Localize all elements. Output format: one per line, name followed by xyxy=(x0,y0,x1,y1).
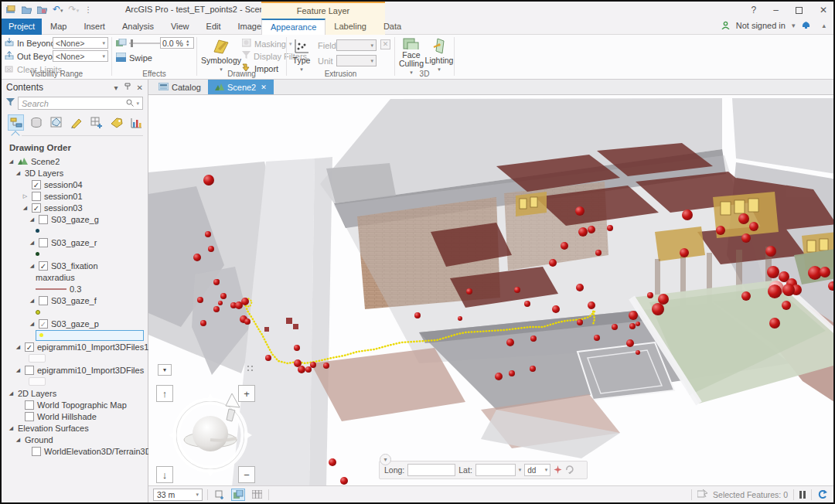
panel-menu-icon[interactable]: ▾ xyxy=(114,83,118,92)
list-by-charts-icon[interactable] xyxy=(128,114,145,131)
expander-icon[interactable]: ◢ xyxy=(29,240,36,246)
in-beyond-combo[interactable]: <None>▾ xyxy=(53,37,108,49)
layer-visibility-checkbox[interactable]: ✓ xyxy=(32,180,41,189)
layer-tree-item[interactable]: ◢✓S03_gaze_p xyxy=(2,318,148,329)
expander-icon[interactable]: ◢ xyxy=(29,321,36,327)
undo-button[interactable]: ↶▾ xyxy=(53,4,63,15)
layer-visibility-checkbox[interactable] xyxy=(25,366,34,375)
panel-close-icon[interactable]: ✕ xyxy=(137,83,143,92)
overlay-handle-dots[interactable] xyxy=(247,366,254,372)
list-by-source-icon[interactable] xyxy=(28,114,44,131)
selected-features-status[interactable]: Selected Features: 0 xyxy=(713,490,788,499)
navigator-collapse-icon[interactable]: ▾ xyxy=(158,364,172,376)
panel-pin-icon[interactable] xyxy=(124,83,131,92)
swipe-label[interactable]: Swipe xyxy=(129,53,152,63)
tab-insert[interactable]: Insert xyxy=(75,19,114,35)
layer-tree-item[interactable]: ◢Ground xyxy=(2,434,148,445)
expander-icon[interactable]: ▷ xyxy=(22,193,29,199)
layer-visibility-checkbox[interactable] xyxy=(39,215,48,224)
layer-visibility-checkbox[interactable]: ✓ xyxy=(25,342,34,352)
close-view-icon[interactable]: ✕ xyxy=(261,83,267,91)
expander-icon[interactable]: ◢ xyxy=(29,298,36,304)
masking-label[interactable]: Masking xyxy=(254,39,286,49)
expander-icon[interactable]: ◢ xyxy=(15,344,22,350)
list-by-snapping-icon[interactable] xyxy=(88,114,104,131)
layer-visibility-checkbox[interactable]: ✓ xyxy=(39,319,48,329)
pause-drawing-icon[interactable] xyxy=(799,491,806,499)
recenter-icon[interactable] xyxy=(565,465,574,475)
layer-tree-item[interactable]: World Topographic Map xyxy=(2,399,148,410)
maximize-button[interactable] xyxy=(796,7,803,14)
filter-icon[interactable] xyxy=(6,98,15,108)
scale-combo[interactable]: 33 m▾ xyxy=(153,489,203,501)
layer-visibility-checkbox[interactable]: ✓ xyxy=(32,203,41,213)
signin-status[interactable]: Not signed in xyxy=(736,21,786,30)
help-button[interactable]: ? xyxy=(752,5,757,15)
snapping-toggle-icon[interactable] xyxy=(213,489,227,501)
collapse-ribbon-icon[interactable]: ▴ xyxy=(822,22,826,29)
layer-tree-item[interactable]: ▷session01 xyxy=(2,190,148,202)
search-input[interactable]: Search ▾ xyxy=(18,97,143,110)
list-by-editing-icon[interactable] xyxy=(68,114,84,131)
qat-customize-button[interactable]: ⋮ xyxy=(84,5,93,14)
expander-icon[interactable]: ◢ xyxy=(15,170,22,176)
refresh-icon[interactable] xyxy=(817,489,827,500)
expander-icon[interactable]: ◢ xyxy=(22,205,29,211)
dynamic-constraints-icon[interactable] xyxy=(231,489,245,501)
unit-combo[interactable]: ▾ xyxy=(336,55,377,66)
layer-tree-item[interactable]: ◢2D Layers xyxy=(2,387,148,399)
tab-data[interactable]: Data xyxy=(375,19,410,35)
layer-tree-item[interactable]: ◢3D Layers xyxy=(2,167,148,179)
view-tab-catalog[interactable]: Catalog xyxy=(152,80,208,94)
tab-analysis[interactable]: Analysis xyxy=(114,19,162,35)
layer-visibility-checkbox[interactable] xyxy=(32,192,41,201)
redo-button[interactable]: ↷▾ xyxy=(69,4,80,15)
layer-tree-item[interactable]: ◢epigrammi10_Import3DFiles xyxy=(2,364,148,376)
tab-labeling[interactable]: Labeling xyxy=(325,19,375,35)
layer-tree-item[interactable]: ◢Scene2 xyxy=(2,155,148,167)
transparency-spinner[interactable]: 0.0% ▲▼ xyxy=(160,37,194,49)
tab-map[interactable]: Map xyxy=(42,19,75,35)
layer-tree-item[interactable]: World Hillshade xyxy=(2,410,148,422)
layer-tree-item[interactable]: ◢S03_gaze_f xyxy=(2,295,148,306)
longitude-input[interactable] xyxy=(407,464,455,476)
layer-visibility-checkbox[interactable] xyxy=(32,447,41,456)
expander-icon[interactable]: ◢ xyxy=(15,437,22,443)
attribute-table-icon[interactable] xyxy=(250,489,264,501)
expander-icon[interactable]: ◢ xyxy=(8,158,15,165)
minimize-button[interactable]: – xyxy=(773,5,779,15)
list-by-labeling-icon[interactable] xyxy=(108,114,124,131)
latitude-input[interactable] xyxy=(475,464,516,476)
layer-visibility-checkbox[interactable] xyxy=(25,400,34,410)
close-button[interactable]: ✕ xyxy=(820,5,827,15)
layer-visibility-checkbox[interactable] xyxy=(25,412,34,421)
view-tab-scene2[interactable]: Scene2 ✕ xyxy=(208,80,274,94)
tab-appearance[interactable]: Appearance xyxy=(261,19,325,35)
layer-tree-item[interactable]: ◢✓S03_fixation xyxy=(2,260,148,271)
coord-format-combo[interactable]: dd▾ xyxy=(524,464,550,476)
notifications-icon[interactable] xyxy=(801,20,811,31)
save-project-icon[interactable] xyxy=(37,5,47,14)
layer-visibility-checkbox[interactable] xyxy=(39,238,48,247)
layer-visibility-checkbox[interactable]: ✓ xyxy=(39,261,48,271)
expander-icon[interactable]: ◢ xyxy=(15,367,22,373)
layer-visibility-checkbox[interactable] xyxy=(39,296,48,305)
field-combo[interactable]: ▾ xyxy=(336,39,377,51)
extrusion-clear-button[interactable]: ✕ xyxy=(380,39,390,49)
layer-tree-item[interactable]: ◢S03_gaze_r xyxy=(2,237,148,248)
coordinate-bar-collapse-icon[interactable]: ▾ xyxy=(380,454,391,465)
layer-tree-item[interactable]: ◢S03_gaze_g xyxy=(2,213,148,225)
layer-tree-item[interactable]: ◢✓session03 xyxy=(2,202,148,213)
list-by-drawing-order-icon[interactable] xyxy=(8,114,24,131)
tab-project[interactable]: Project xyxy=(2,19,42,35)
expander-icon[interactable]: ◢ xyxy=(29,263,36,269)
layer-tree-item[interactable]: ✓session04 xyxy=(2,179,148,190)
expander-icon[interactable]: ◢ xyxy=(29,216,36,223)
scene-viewport[interactable]: ▾ ↑ + ↓ − xyxy=(148,95,833,485)
out-beyond-combo[interactable]: <None>▾ xyxy=(53,50,108,62)
layer-tree-item[interactable]: ◢Elevation Surfaces xyxy=(2,422,148,434)
flash-location-icon[interactable] xyxy=(554,465,562,475)
layer-tree-item[interactable]: maxradius xyxy=(2,271,148,283)
navigator-compass[interactable] xyxy=(164,387,257,480)
expander-icon[interactable]: ◢ xyxy=(8,425,15,431)
